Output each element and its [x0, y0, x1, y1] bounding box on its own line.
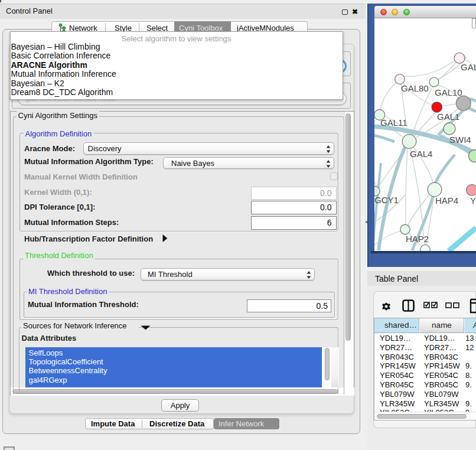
svg-text:HAP4: HAP4 [435, 195, 458, 206]
svg-text:GAL: GAL [461, 62, 476, 72]
svg-text:SWI4: SWI4 [449, 135, 471, 145]
svg-text:GAL10: GAL10 [435, 87, 462, 97]
svg-text:GAL11: GAL11 [380, 118, 407, 128]
svg-text:HAP2: HAP2 [406, 234, 429, 244]
svg-text:GCY1: GCY1 [374, 195, 399, 205]
svg-text:GAL1: GAL1 [437, 112, 459, 122]
svg-text:Y: Y [470, 195, 476, 206]
svg-text:GAL4: GAL4 [410, 149, 432, 159]
svg-text:GAL80: GAL80 [401, 83, 429, 93]
